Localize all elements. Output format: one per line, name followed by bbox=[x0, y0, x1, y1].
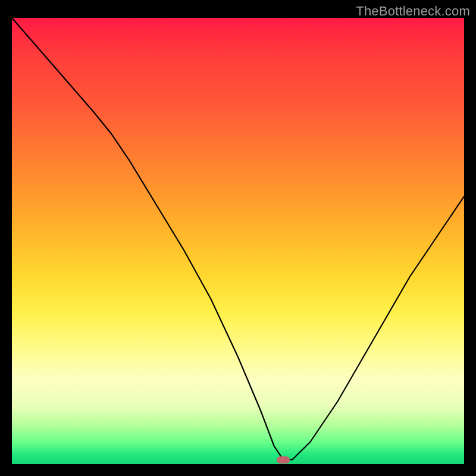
chart-frame: TheBottleneck.com bbox=[0, 0, 476, 476]
watermark-text: TheBottleneck.com bbox=[356, 4, 470, 19]
bottleneck-curve bbox=[12, 18, 464, 464]
gradient-plot-area bbox=[12, 18, 464, 464]
curve-path bbox=[12, 18, 464, 460]
optimal-point-marker bbox=[277, 456, 290, 464]
